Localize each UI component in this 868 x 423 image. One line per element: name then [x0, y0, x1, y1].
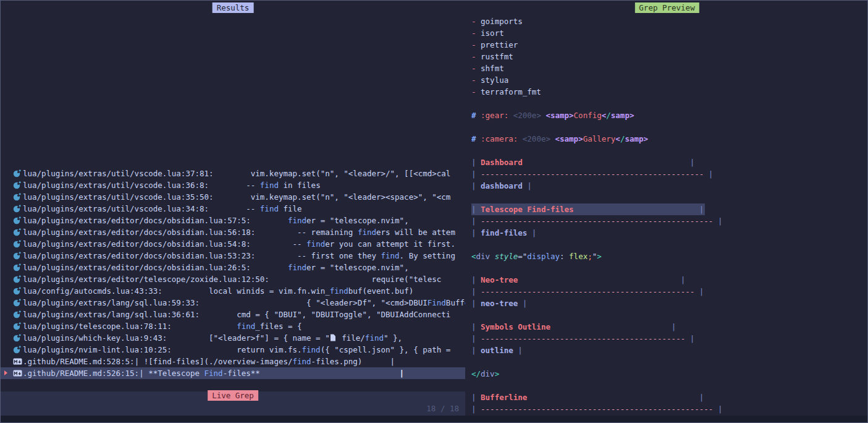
- bottom-strip: [1, 416, 867, 422]
- preview-line: | --------------------------------------…: [471, 215, 868, 227]
- preview-line: | --------------------------------------…: [471, 333, 868, 344]
- result-row[interactable]: .github/README.md:528:5:| ![find-files](…: [1, 356, 465, 367]
- lua-icon: [13, 310, 23, 320]
- result-row[interactable]: lua/plugins/extras/util/vscode.lua:37:81…: [1, 168, 465, 179]
- preview-line: - stylua: [471, 74, 868, 86]
- telescope-window: Results lua/plugins/extras/util/vscode.l…: [0, 0, 868, 423]
- preview-line: | Neo-tree |: [471, 274, 868, 286]
- preview-line: - shfmt: [471, 62, 868, 74]
- preview-line: | --------------------------------------…: [471, 403, 868, 415]
- results-list: lua/plugins/extras/util/vscode.lua:37:81…: [1, 168, 465, 379]
- result-row[interactable]: lua/plugins/extras/util/vscode.lua:34:8:…: [1, 203, 465, 215]
- preview-line: | --------------------------------------…: [471, 286, 868, 297]
- preview-content: - goimports- isort- prettier- rustfmt- s…: [471, 15, 868, 415]
- result-row[interactable]: lua/plugins/telescope.lua:78:11: find_fi…: [1, 320, 465, 332]
- lua-icon: [13, 169, 23, 179]
- result-row[interactable]: lua/config/autocmds.lua:43:33: local win…: [1, 285, 465, 297]
- preview-line: | Symbols Outline |: [471, 321, 868, 333]
- preview-line: | Dashboard |: [471, 156, 868, 168]
- preview-line: | --------------------------------------…: [471, 168, 868, 180]
- result-row[interactable]: lua/plugins/extras/lang/sql.lua:59:33: {…: [1, 297, 465, 309]
- preview-line: | find-files |: [471, 227, 868, 239]
- results-pane: Results lua/plugins/extras/util/vscode.l…: [1, 1, 465, 390]
- result-counter: 18 / 18: [426, 403, 459, 414]
- result-row[interactable]: lua/plugins/nvim-lint.lua:10:25: return …: [1, 344, 465, 356]
- markdown-icon: [13, 357, 23, 367]
- preview-line: | outline |: [471, 344, 868, 356]
- preview-line: [471, 239, 868, 250]
- markdown-icon: [13, 369, 23, 379]
- lua-icon: [13, 204, 23, 215]
- preview-line: - goimports: [471, 15, 868, 27]
- preview-match-highlight: | Telescope Find-files |: [471, 203, 705, 215]
- prompt-pane[interactable]: Live Grep find 18 / 18: [1, 391, 465, 416]
- result-row[interactable]: lua/plugins/extras/editor/docs/obsidian.…: [1, 250, 465, 262]
- result-row[interactable]: lua/plugins/extras/lang/sql.lua:36:61: c…: [1, 309, 465, 320]
- result-row[interactable]: lua/plugins/extras/editor/docs/obsidian.…: [1, 238, 465, 250]
- preview-pane: Grep Preview - goimports- isort- prettie…: [465, 1, 868, 423]
- lua-icon: [13, 239, 23, 250]
- preview-line: [471, 192, 868, 203]
- preview-line: # :camera: <200e> <samp>Gallery</samp>: [471, 133, 868, 145]
- lua-icon: [13, 181, 23, 191]
- lua-icon: [13, 345, 23, 356]
- preview-line: [471, 309, 868, 321]
- lua-icon: [13, 275, 23, 285]
- result-row[interactable]: lua/plugins/which-key.lua:9:43: ["<leade…: [1, 332, 465, 344]
- preview-line: <div style="display: flex;">: [471, 250, 868, 262]
- preview-line: | neo-tree |: [471, 297, 868, 309]
- lua-icon: [13, 216, 23, 226]
- lua-icon: [13, 322, 23, 332]
- file-icon: [330, 333, 337, 344]
- selection-caret-icon: [4, 370, 7, 375]
- result-row[interactable]: lua/plugins/extras/util/vscode.lua:36:8:…: [1, 179, 465, 191]
- lua-icon: [13, 263, 23, 273]
- preview-line: [471, 356, 868, 368]
- preview-line: | dashboard |: [471, 180, 868, 192]
- results-title: Results: [213, 2, 254, 13]
- preview-line: | Bufferline |: [471, 391, 868, 403]
- preview-line: </div>: [471, 368, 868, 380]
- preview-line: - isort: [471, 27, 868, 39]
- result-row[interactable]: lua/plugins/extras/editor/docs/obsidian.…: [1, 262, 465, 273]
- preview-line: # :gear: <200e> <samp>Config</samp>: [471, 109, 868, 121]
- lua-icon: [13, 298, 23, 309]
- preview-line: - prettier: [471, 39, 868, 51]
- preview-line: [471, 98, 868, 109]
- preview-title: Grep Preview: [634, 2, 699, 13]
- preview-line: - terraform_fmt: [471, 86, 868, 98]
- preview-line: - rustfmt: [471, 51, 868, 62]
- result-row[interactable]: .github/README.md:526:15:| **Telescope F…: [1, 367, 465, 379]
- preview-line: [471, 145, 868, 156]
- result-row[interactable]: lua/plugins/extras/util/vscode.lua:35:50…: [1, 191, 465, 203]
- preview-line: [471, 121, 868, 133]
- result-row[interactable]: lua/plugins/extras/editor/docs/obsidian.…: [1, 215, 465, 226]
- preview-line: [471, 380, 868, 391]
- result-row[interactable]: lua/plugins/extras/editor/telescope/zoxi…: [1, 273, 465, 285]
- prompt-title: Live Grep: [208, 390, 258, 401]
- preview-line: | Telescope Find-files |: [471, 203, 868, 215]
- lua-icon: [13, 251, 23, 262]
- lua-icon: [13, 333, 23, 344]
- preview-line: [471, 262, 868, 274]
- lua-icon: [13, 192, 23, 203]
- lua-icon: [13, 286, 23, 297]
- prompt-line[interactable]: find 18 / 18: [6, 403, 460, 414]
- result-row[interactable]: lua/plugins/extras/editor/docs/obsidian.…: [1, 226, 465, 238]
- lua-icon: [13, 228, 23, 238]
